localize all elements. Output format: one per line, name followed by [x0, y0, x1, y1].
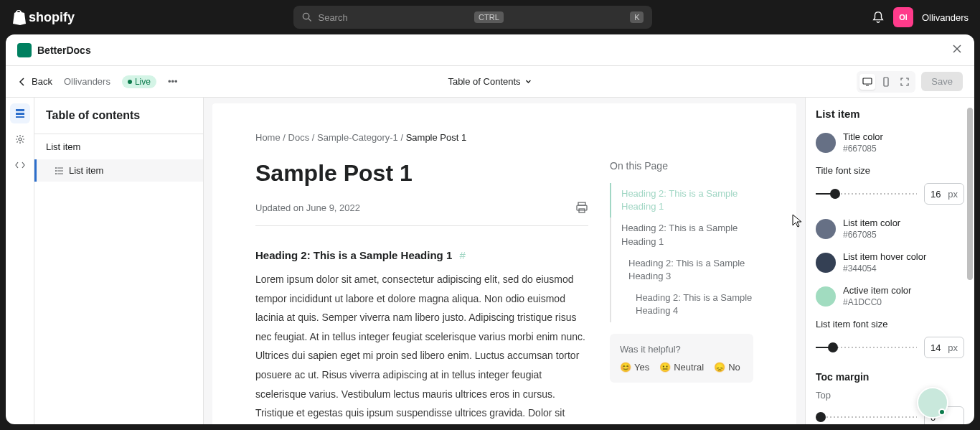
list-font-slider[interactable] [816, 347, 917, 348]
updated-text: Updated on June 9, 2022 [255, 202, 360, 213]
svg-rect-17 [578, 202, 585, 205]
topbar-right: Ol Ollivanders [872, 7, 969, 27]
section-item[interactable]: List item [34, 134, 203, 159]
shopify-bag-icon [11, 9, 26, 25]
toc-list: Heading 2: This is a Sample Heading 1 He… [610, 183, 753, 322]
doc-meta: Updated on June 9, 2022 [255, 201, 588, 226]
close-icon[interactable] [951, 43, 963, 57]
title-color-label: Title color [843, 131, 883, 142]
left-panel: Table of contents List item List item [34, 98, 204, 424]
desktop-view[interactable] [859, 74, 875, 90]
search-icon [302, 12, 312, 22]
list-icon [55, 166, 65, 176]
slider-thumb[interactable] [828, 342, 838, 352]
back-label: Back [32, 76, 52, 87]
bc-home[interactable]: Home [255, 132, 281, 143]
title-font-slider-row: 16 px [816, 183, 964, 205]
back-button[interactable]: Back [17, 76, 52, 87]
bc-current: Sample Post 1 [406, 132, 467, 143]
doc-h2: Heading 2: This is a Sample Heading 1 # [255, 249, 588, 261]
sub-item-label: List item [69, 165, 103, 176]
list-color-row[interactable]: List item color #667085 [816, 218, 964, 240]
title-font-input[interactable]: 16 px [924, 183, 964, 205]
toc-sidebar: On this Page Heading 2: This is a Sample… [610, 160, 753, 423]
svg-point-14 [55, 167, 57, 169]
active-color-hex: #A1DCC0 [843, 297, 911, 307]
right-panel-scrollbar[interactable] [967, 108, 973, 280]
active-color-swatch[interactable] [816, 286, 836, 307]
feedback-neutral[interactable]: 😐 Neutral [659, 362, 704, 373]
avatar[interactable]: Ol [893, 7, 913, 27]
preview-canvas: Home / Docs / Sample-Category-1 / Sample… [212, 103, 796, 424]
more-menu[interactable]: ••• [168, 76, 178, 87]
hover-color-hex: #344054 [843, 263, 926, 274]
panel-section: List item List item [34, 134, 203, 182]
feedback-yes[interactable]: 😊 Yes [620, 362, 649, 373]
title-font-slider[interactable] [816, 193, 917, 195]
sub-item-list[interactable]: List item [34, 159, 203, 182]
store-name[interactable]: Ollivanders [64, 76, 110, 87]
toc-item[interactable]: Heading 2: This is a Sample Heading 3 [610, 253, 753, 287]
title-font-label: Title font size [816, 165, 964, 176]
slider-thumb[interactable] [830, 189, 840, 199]
sections-tool[interactable] [10, 103, 30, 123]
anchor-hash[interactable]: # [459, 249, 465, 261]
margin-top-slider[interactable] [816, 416, 917, 418]
feedback-no[interactable]: 😞 No [714, 362, 740, 373]
active-color-row[interactable]: Active item color #A1DCC0 [816, 285, 964, 307]
title-color-hex: #667085 [843, 144, 883, 154]
bc-docs[interactable]: Docs [288, 132, 310, 143]
tool-rail [6, 98, 34, 424]
live-dot-icon [128, 80, 132, 84]
section-title: Table of Contents [448, 76, 520, 87]
save-button[interactable]: Save [921, 72, 963, 91]
mobile-view[interactable] [878, 74, 894, 90]
hover-color-swatch[interactable] [816, 253, 836, 273]
svg-rect-8 [16, 113, 24, 115]
doc-title: Sample Post 1 [255, 160, 588, 187]
title-color-swatch[interactable] [816, 133, 836, 153]
slider-thumb[interactable] [816, 412, 826, 422]
hover-color-row[interactable]: List item hover color #344054 [816, 251, 964, 274]
toc-heading: On this Page [610, 160, 753, 172]
doc-content: Sample Post 1 Updated on June 9, 2022 He… [255, 160, 588, 423]
app-title: BetterDocs [37, 45, 91, 56]
svg-rect-18 [577, 205, 587, 210]
svg-point-15 [55, 170, 57, 172]
shopify-logo[interactable]: shopify [11, 9, 75, 25]
svg-rect-4 [863, 78, 872, 84]
list-color-swatch[interactable] [816, 219, 836, 239]
toc-item[interactable]: Heading 2: This is a Sample Heading 4 [610, 287, 753, 322]
svg-point-16 [55, 173, 57, 174]
rp-title: List item [816, 108, 964, 120]
toc-item[interactable]: Heading 2: This is a Sample Heading 1 [610, 218, 753, 252]
list-color-label: List item color [843, 218, 900, 228]
chat-avatar[interactable] [917, 387, 948, 419]
username[interactable]: Ollivanders [922, 12, 969, 23]
title-color-row[interactable]: Title color #667085 [816, 131, 964, 154]
online-dot-icon [938, 408, 946, 416]
section-selector[interactable]: Table of Contents [448, 76, 532, 87]
svg-rect-7 [16, 109, 24, 111]
breadcrumb: Home / Docs / Sample-Category-1 / Sample… [255, 132, 753, 143]
active-color-label: Active item color [843, 285, 911, 296]
list-font-input[interactable]: 14 px [924, 337, 964, 358]
toc-item[interactable]: Heading 2: This is a Sample Heading 1 [610, 183, 753, 218]
svg-point-10 [19, 138, 22, 141]
search-container: Search CTRL K [86, 6, 860, 29]
fullscreen-view[interactable] [897, 74, 913, 90]
bc-category[interactable]: Sample-Category-1 [317, 132, 398, 143]
print-icon[interactable] [575, 201, 588, 214]
canvas-area: Home / Docs / Sample-Category-1 / Sample… [204, 98, 805, 424]
bell-icon[interactable] [872, 11, 885, 24]
toc-margin-head: Toc margin [816, 371, 964, 383]
hover-color-label: List item hover color [843, 251, 926, 262]
feedback-question: Was it helpful? [620, 344, 743, 355]
code-tool[interactable] [10, 155, 30, 175]
settings-tool[interactable] [10, 129, 30, 149]
feedback-box: Was it helpful? 😊 Yes 😐 Neutral 😞 No [610, 334, 753, 383]
search-input[interactable]: Search CTRL K [293, 6, 652, 29]
shopify-topbar: shopify Search CTRL K Ol Ollivanders [0, 0, 980, 34]
editor-header: Back Ollivanders Live ••• Table of Conte… [6, 66, 974, 98]
right-panel: List item Title color #667085 Title font… [805, 98, 974, 424]
